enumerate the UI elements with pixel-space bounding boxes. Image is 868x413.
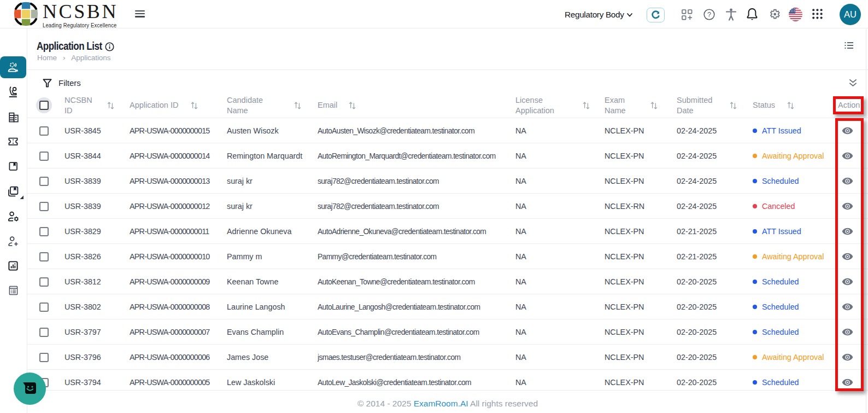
svg-text:?: ?: [707, 11, 711, 19]
